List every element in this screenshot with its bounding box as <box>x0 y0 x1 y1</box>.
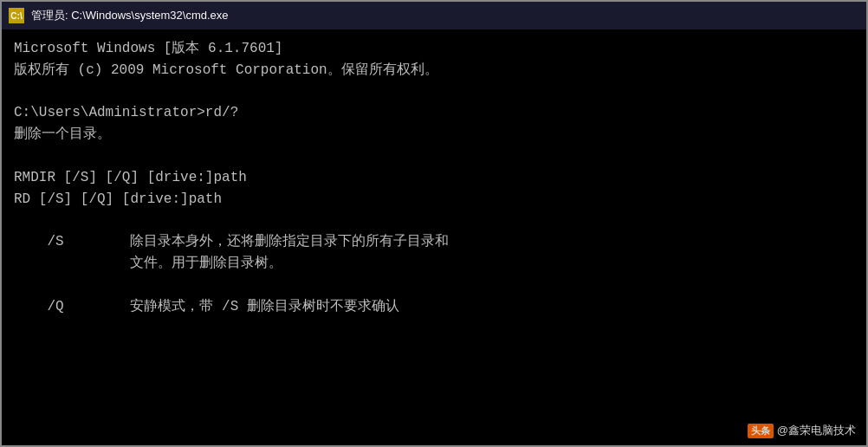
cmd-icon: C:\ <box>9 8 24 23</box>
terminal-output: Microsoft Windows [版本 6.1.7601] 版权所有 (c)… <box>14 38 854 317</box>
title-bar: C:\ 管理员: C:\Windows\system32\cmd.exe <box>2 2 866 29</box>
watermark-platform: 头条 <box>748 424 774 438</box>
title-bar-text: 管理员: C:\Windows\system32\cmd.exe <box>31 8 229 23</box>
terminal-body[interactable]: Microsoft Windows [版本 6.1.7601] 版权所有 (c)… <box>2 29 866 445</box>
watermark-handle: @鑫荣电脑技术 <box>777 423 856 438</box>
cmd-window: C:\ 管理员: C:\Windows\system32\cmd.exe Mic… <box>0 0 868 447</box>
watermark: 头条 @鑫荣电脑技术 <box>748 423 856 438</box>
